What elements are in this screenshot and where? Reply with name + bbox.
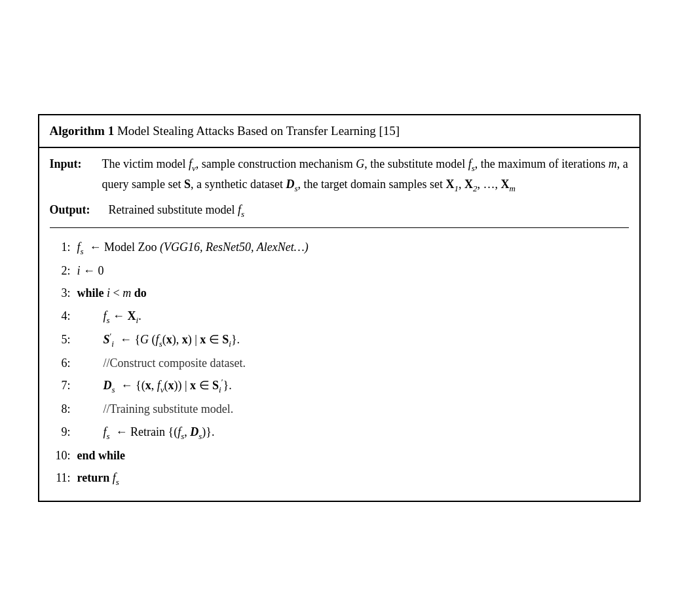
algo-line-9: 9: fs ← Retrain {(fs, Ds)}. — [50, 421, 629, 444]
algorithm-title: Algorithm 1 Model Stealing Attacks Based… — [50, 122, 629, 141]
algo-line-4: 4: fs ← Xi. — [50, 305, 629, 328]
algo-line-8: 8: //Training substitute model. — [50, 398, 629, 420]
algorithm-header: Algorithm 1 Model Stealing Attacks Based… — [39, 115, 639, 149]
algo-line-2: 2: i ← 0 — [50, 260, 629, 282]
algo-line-11: 11: return fs — [50, 467, 629, 490]
input-section: Input: The victim model fv, sample const… — [50, 155, 629, 195]
algo-line-1: 1: fs ← Model Zoo (VGG16, ResNet50, Alex… — [50, 236, 629, 260]
output-section: Output: Retrained substitute model fs — [50, 201, 629, 228]
input-content: The victim model fv, sample construction… — [102, 155, 629, 195]
algorithm-box: Algorithm 1 Model Stealing Attacks Based… — [38, 114, 641, 503]
algorithm-lines: 1: fs ← Model Zoo (VGG16, ResNet50, Alex… — [50, 236, 629, 490]
algo-line-5: 5: S′i ← {G (fs(x), x) | x ∈ Si}. — [50, 328, 629, 352]
algorithm-label: Algorithm 1 — [50, 124, 115, 138]
algo-line-6: 6: //Construct composite dataset. — [50, 352, 629, 374]
output-label: Output: — [50, 201, 109, 221]
input-label: Input: — [50, 155, 102, 195]
algo-line-10: 10: end while — [50, 444, 629, 467]
output-content: Retrained substitute model fs — [109, 201, 629, 221]
algorithm-body: Input: The victim model fv, sample const… — [39, 148, 639, 501]
algo-line-3: 3: while i < m do — [50, 282, 629, 304]
algo-line-7: 7: Ds ← {(x, fv(x)) | x ∈ Si′}. — [50, 374, 629, 398]
